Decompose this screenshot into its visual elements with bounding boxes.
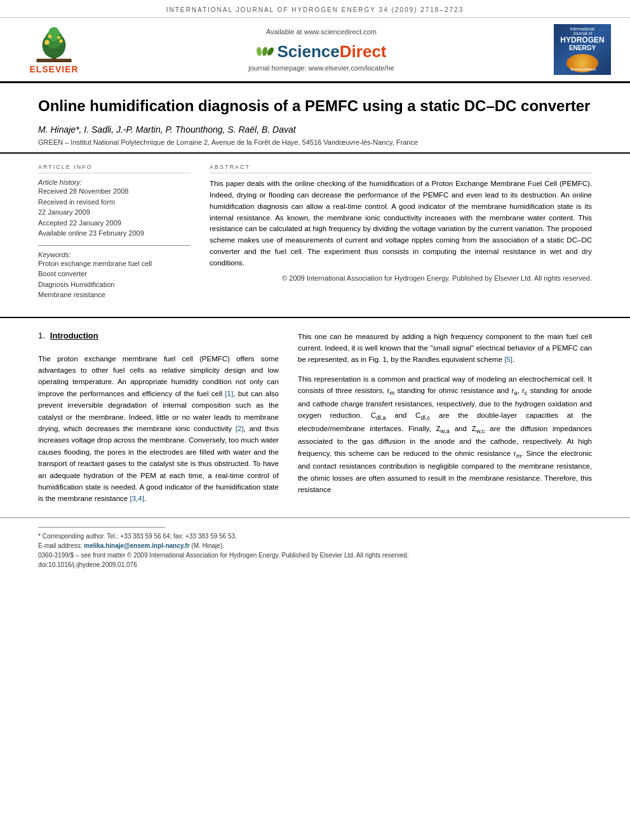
intro-right-para2: This representation is a common and prac… — [298, 373, 592, 496]
journal-header: INTERNATIONAL JOURNAL OF HYDROGEN ENERGY… — [0, 0, 630, 18]
elsevier-tree-icon — [29, 25, 79, 63]
sciencedirect-text: ScienceDirect — [278, 42, 387, 62]
keywords-section: Keywords: Proton exchange membrane fuel … — [38, 251, 191, 300]
svg-point-3 — [48, 27, 60, 41]
available-text: Available at www.sciencedirect.com — [266, 28, 377, 36]
svg-rect-8 — [36, 59, 71, 63]
article-history: Article history: Received 28 November 20… — [38, 178, 191, 239]
section-1-title: Introduction — [50, 331, 98, 340]
footnote-star: * Corresponding author. Tel.: +33 383 59… — [38, 531, 592, 541]
journal-cover-image: International Journal of HYDROGEN ENERGY… — [554, 24, 611, 75]
svg-point-7 — [57, 36, 60, 39]
svg-point-5 — [59, 39, 63, 43]
svg-point-6 — [48, 35, 52, 39]
cover-journal-text: Journal of — [573, 31, 593, 36]
page: INTERNATIONAL JOURNAL OF HYDROGEN ENERGY… — [0, 0, 630, 840]
abstract-text: This paper deals with the online checkin… — [210, 178, 592, 269]
abstract-label: ABSTRACT — [210, 164, 592, 173]
issn-text: 0360-3199/$ – see front matter © 2009 In… — [38, 550, 592, 560]
intro-right-para1: This one can be measured by adding a hig… — [298, 331, 592, 366]
sciencedirect-center: Available at www.sciencedirect.com Scien… — [89, 28, 554, 72]
keyword-1: Proton exchange membrane fuel cell — [38, 258, 191, 269]
info-divider — [38, 245, 191, 246]
info-area: ARTICLE INFO Article history: Received 2… — [0, 154, 630, 318]
cover-energy-text: ENERGY — [569, 44, 596, 51]
keyword-4: Membrane resistance — [38, 290, 191, 300]
logo-bar: ELSEVIER Available at www.sciencedirect.… — [0, 18, 630, 83]
abstract-panel: ABSTRACT This paper deals with the onlin… — [210, 164, 592, 307]
right-column: This one can be measured by adding a hig… — [298, 331, 592, 505]
elsevier-logo: ELSEVIER — [19, 25, 89, 74]
svg-point-4 — [44, 40, 49, 44]
cover-image-icon: ScienceDirect — [566, 54, 598, 72]
keywords-label: Keywords: — [38, 251, 191, 258]
article-title: Online humidification diagnosis of a PEM… — [38, 96, 592, 116]
cover-hydrogen-text: HYDROGEN — [560, 36, 604, 44]
copyright-text: © 2009 International Association for Hyd… — [210, 274, 592, 282]
revised-label: Received in revised form — [38, 197, 191, 208]
authors: M. Hinaje*, I. Sadli, J.-P. Martin, P. T… — [38, 124, 592, 135]
footnote-divider — [38, 527, 165, 528]
email-link[interactable]: melika.hinaje@ensem.inpl-nancy.fr — [84, 542, 189, 549]
section-1-heading-wrap: 1. Introduction — [38, 331, 279, 347]
sciencedirect-logo: ScienceDirect — [257, 42, 387, 62]
journal-header-text: INTERNATIONAL JOURNAL OF HYDROGEN ENERGY… — [166, 6, 464, 13]
sciencedirect-leaves-icon — [257, 47, 274, 56]
keyword-3: Diagnosis Humidification — [38, 279, 191, 290]
main-content: 1. Introduction The proton exchange memb… — [0, 318, 630, 511]
email-note: (M. Hinaje). — [191, 542, 224, 549]
cover-intl-text: International — [570, 27, 595, 31]
accepted-date: Accepted 22 January 2009 — [38, 218, 191, 229]
footer-area: * Corresponding author. Tel.: +33 383 59… — [0, 517, 630, 575]
ref-34-link[interactable]: [3,4] — [130, 495, 144, 502]
doi-text: doi:10.1016/j.ijhydene.2009.01.076 — [38, 560, 592, 570]
intro-left-para: The proton exchange membrane fuel cell (… — [38, 353, 279, 505]
ref-1-link[interactable]: [1] — [225, 390, 233, 397]
ref-5-link[interactable]: [5] — [504, 356, 513, 363]
email-label: E-mail address: — [38, 542, 82, 549]
footnote-email: E-mail address: melika.hinaje@ensem.inpl… — [38, 541, 592, 550]
revised-date: 22 January 2009 — [38, 207, 191, 218]
article-title-area: Online humidification diagnosis of a PEM… — [0, 83, 630, 154]
affiliation: GREEN – Institut National Polytechnique … — [38, 138, 592, 146]
online-date: Available online 23 February 2009 — [38, 228, 191, 239]
history-label: Article history: — [38, 178, 191, 186]
section-1-number: 1. — [38, 331, 45, 340]
ref-2-link[interactable]: [2] — [236, 425, 244, 432]
elsevier-brand-text: ELSEVIER — [29, 64, 78, 74]
journal-homepage-text: journal homepage: www.elsevier.com/locat… — [248, 64, 394, 72]
received-date: Received 28 November 2008 — [38, 186, 191, 197]
article-info-label: ARTICLE INFO — [38, 164, 191, 173]
left-column: 1. Introduction The proton exchange memb… — [38, 331, 279, 505]
keyword-2: Boost converter — [38, 269, 191, 279]
article-info-panel: ARTICLE INFO Article history: Received 2… — [38, 164, 191, 307]
